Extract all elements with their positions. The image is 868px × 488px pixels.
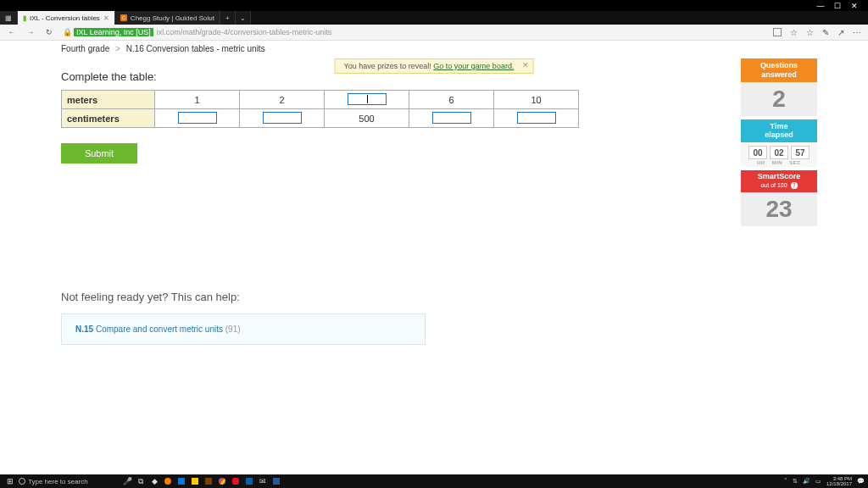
close-icon[interactable]: ✕ <box>522 61 529 69</box>
taskbar-app[interactable] <box>242 474 256 488</box>
nav-back[interactable]: ← <box>7 28 17 36</box>
taskbar-app[interactable] <box>202 474 215 488</box>
meters-cell: 10 <box>494 91 579 109</box>
tab-dropdown[interactable]: ⌄ <box>236 11 251 25</box>
breadcrumb: Fourth grade > N.16 Conversion tables - … <box>0 41 868 58</box>
url-text: ixl.com/math/grade-4/conversion-tables-m… <box>157 28 332 36</box>
window-titlebar: — ☐ ✕ <box>0 0 868 11</box>
submit-button[interactable]: Submit <box>61 143 137 164</box>
smartscore-value: 23 <box>741 197 817 221</box>
row-header-centimeters: centimeters <box>62 109 155 128</box>
meters-cell: 1 <box>155 91 240 109</box>
share-icon[interactable]: ↗ <box>837 28 844 37</box>
tray-volume-icon[interactable]: 🔊 <box>803 478 810 485</box>
time-hr: 00 <box>748 146 767 159</box>
nav-forward[interactable]: → <box>25 28 36 36</box>
system-tray: ˄ ⇅ 🔊 ▭ 3:48 PM 12/18/2017 💬 <box>784 476 865 486</box>
mic-icon[interactable]: 🎤 <box>120 474 134 488</box>
time-min: 02 <box>770 146 788 159</box>
notifications-icon[interactable]: 💬 <box>857 478 865 485</box>
cm-cell <box>155 109 240 128</box>
tray-chevron-icon[interactable]: ˄ <box>784 478 787 485</box>
cortana-icon <box>19 478 25 485</box>
answer-input[interactable] <box>517 112 556 124</box>
taskbar-app[interactable] <box>229 474 242 488</box>
conversion-table: meters 1 2 6 10 centimeters 500 <box>61 90 579 128</box>
page-content: Fourth grade > N.16 Conversion tables - … <box>0 41 868 474</box>
close-icon[interactable]: ✕ <box>103 14 109 22</box>
tab-chegg[interactable]: C Chegg Study | Guided Solut <box>115 11 220 25</box>
browser-toolbar: ← → ↻ 🔒 IXL Learning, Inc [US] ixl.com/m… <box>0 25 868 41</box>
time-tile: Time elapsed 00 02 57 HR MIN SEC <box>741 119 817 168</box>
smartscore-tile: SmartScore out of 100 ? 23 <box>741 170 817 226</box>
task-view-icon[interactable]: ⧉ <box>134 474 147 488</box>
taskbar-app[interactable] <box>175 474 188 488</box>
nav-reload[interactable]: ↻ <box>44 28 54 36</box>
time-label: Time elapsed <box>741 119 817 143</box>
tab-label: Chegg Study | Guided Solut <box>131 14 214 22</box>
taskbar-app[interactable] <box>215 474 229 488</box>
windows-taskbar: ⊞ Type here to search 🎤 ⧉ ◆ ✉ ˄ ⇅ 🔊 ▭ 3:… <box>0 474 868 488</box>
favorites-bar-icon[interactable]: ☆ <box>806 28 814 37</box>
meters-cell: 2 <box>240 91 325 109</box>
help-heading: Not feeling ready yet? This can help: <box>61 291 817 303</box>
breadcrumb-skill: N.16 Conversion tables - metric units <box>126 44 265 53</box>
cm-cell <box>240 109 325 128</box>
taskbar-app[interactable] <box>270 474 283 488</box>
window-minimize[interactable]: — <box>812 0 829 11</box>
cm-cell <box>494 109 579 128</box>
tab-pinned[interactable]: ▦ <box>0 11 18 25</box>
tray-battery-icon[interactable]: ▭ <box>815 478 821 485</box>
meters-cell: 6 <box>409 91 494 109</box>
game-board-link[interactable]: Go to your game board. <box>433 62 514 70</box>
taskbar-app[interactable] <box>188 474 202 488</box>
row-header-meters: meters <box>62 91 155 109</box>
window-maximize[interactable]: ☐ <box>829 0 846 11</box>
start-button[interactable]: ⊞ <box>3 474 17 488</box>
taskbar-clock[interactable]: 3:48 PM 12/18/2017 <box>826 476 852 486</box>
favorite-icon[interactable]: ☆ <box>790 28 798 37</box>
more-icon[interactable]: ⋯ <box>853 28 861 37</box>
tray-network-icon[interactable]: ⇅ <box>793 478 798 485</box>
reading-view-icon[interactable] <box>773 28 782 36</box>
answer-input[interactable] <box>348 93 387 105</box>
taskbar-app[interactable]: ◆ <box>147 474 161 488</box>
table-row: meters 1 2 6 10 <box>62 91 579 109</box>
answer-input[interactable] <box>178 112 217 124</box>
answer-input[interactable] <box>432 112 471 124</box>
questions-tile: Questions answered 2 <box>741 58 817 116</box>
breadcrumb-grade[interactable]: Fourth grade <box>61 44 109 53</box>
help-section: Not feeling ready yet? This can help: N.… <box>61 291 817 345</box>
meters-cell <box>325 91 409 109</box>
window-close[interactable]: ✕ <box>846 0 863 11</box>
help-icon[interactable]: ? <box>791 182 798 189</box>
prize-notice: You have prizes to reveal! Go to your ga… <box>335 58 534 74</box>
new-tab-button[interactable]: + <box>220 11 236 25</box>
tab-ixl[interactable]: ▮ IXL - Conversion tables ✕ <box>18 11 115 25</box>
tab-label: IXL - Conversion tables <box>30 14 100 22</box>
table-row: centimeters 500 <box>62 109 579 128</box>
stats-sidebar: Questions answered 2 Time elapsed 00 02 … <box>741 58 817 230</box>
notes-icon[interactable]: ✎ <box>822 28 829 37</box>
time-sec: 57 <box>791 146 810 159</box>
address-bar[interactable]: 🔒 IXL Learning, Inc [US] ixl.com/math/gr… <box>63 28 765 36</box>
answer-input[interactable] <box>263 112 302 124</box>
cm-cell <box>409 109 494 128</box>
taskbar-app[interactable]: ✉ <box>256 474 270 488</box>
taskbar-search[interactable]: Type here to search <box>19 478 120 485</box>
questions-value: 2 <box>741 87 817 111</box>
smartscore-label: SmartScore out of 100 ? <box>741 170 817 192</box>
cm-cell: 500 <box>325 109 409 128</box>
questions-label: Questions answered <box>741 58 817 82</box>
browser-tabstrip: ▦ ▮ IXL - Conversion tables ✕ C Chegg St… <box>0 11 868 25</box>
taskbar-app[interactable] <box>161 474 175 488</box>
help-recommendation[interactable]: N.15 Compare and convert metric units (9… <box>61 313 426 345</box>
lock-icon: 🔒 IXL Learning, Inc [US] <box>63 28 153 36</box>
